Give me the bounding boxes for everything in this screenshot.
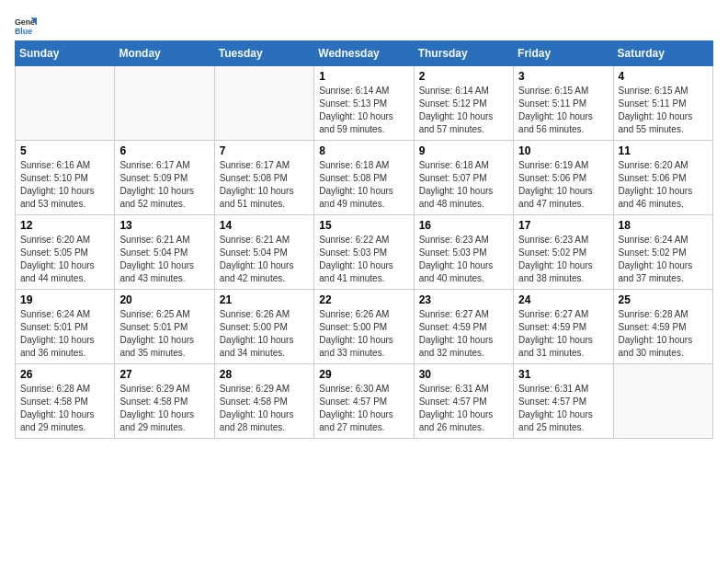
day-info: Sunrise: 6:31 AM Sunset: 4:57 PM Dayligh… — [518, 383, 608, 434]
calendar-header-tuesday: Tuesday — [214, 41, 313, 66]
day-info: Sunrise: 6:29 AM Sunset: 4:58 PM Dayligh… — [119, 383, 209, 434]
day-number: 5 — [20, 144, 109, 157]
calendar-week-row: 1Sunrise: 6:14 AM Sunset: 5:13 PM Daylig… — [16, 66, 713, 141]
calendar-cell: 8Sunrise: 6:18 AM Sunset: 5:08 PM Daylig… — [314, 141, 414, 215]
calendar-cell: 28Sunrise: 6:29 AM Sunset: 4:58 PM Dayli… — [214, 364, 313, 439]
calendar-cell: 18Sunrise: 6:24 AM Sunset: 5:02 PM Dayli… — [613, 215, 712, 290]
day-info: Sunrise: 6:30 AM Sunset: 4:57 PM Dayligh… — [319, 383, 408, 434]
calendar-cell: 20Sunrise: 6:25 AM Sunset: 5:01 PM Dayli… — [115, 290, 214, 364]
day-info: Sunrise: 6:21 AM Sunset: 5:04 PM Dayligh… — [220, 234, 309, 285]
day-info: Sunrise: 6:31 AM Sunset: 4:57 PM Dayligh… — [419, 383, 508, 434]
calendar-header-thursday: Thursday — [414, 41, 513, 66]
day-info: Sunrise: 6:22 AM Sunset: 5:03 PM Dayligh… — [319, 234, 408, 285]
day-number: 30 — [419, 368, 508, 381]
day-number: 2 — [419, 70, 508, 83]
calendar-header-row: SundayMondayTuesdayWednesdayThursdayFrid… — [16, 41, 713, 66]
day-info: Sunrise: 6:23 AM Sunset: 5:03 PM Dayligh… — [419, 234, 508, 285]
day-number: 1 — [319, 70, 408, 83]
day-info: Sunrise: 6:21 AM Sunset: 5:04 PM Dayligh… — [119, 234, 209, 285]
calendar-cell — [613, 364, 712, 439]
calendar-header-wednesday: Wednesday — [314, 41, 414, 66]
calendar-cell: 12Sunrise: 6:20 AM Sunset: 5:05 PM Dayli… — [16, 215, 115, 290]
calendar-cell: 6Sunrise: 6:17 AM Sunset: 5:09 PM Daylig… — [115, 141, 214, 215]
day-number: 12 — [20, 219, 109, 232]
day-info: Sunrise: 6:28 AM Sunset: 4:59 PM Dayligh… — [619, 308, 708, 360]
calendar-week-row: 5Sunrise: 6:16 AM Sunset: 5:10 PM Daylig… — [16, 141, 713, 215]
svg-text:Blue: Blue — [15, 27, 32, 36]
day-number: 15 — [319, 219, 408, 232]
day-info: Sunrise: 6:19 AM Sunset: 5:06 PM Dayligh… — [518, 159, 608, 211]
calendar-cell: 19Sunrise: 6:24 AM Sunset: 5:01 PM Dayli… — [16, 290, 115, 364]
calendar-cell: 21Sunrise: 6:26 AM Sunset: 5:00 PM Dayli… — [214, 290, 313, 364]
calendar-header-sunday: Sunday — [16, 41, 115, 66]
calendar-week-row: 12Sunrise: 6:20 AM Sunset: 5:05 PM Dayli… — [16, 215, 713, 290]
calendar-cell: 3Sunrise: 6:15 AM Sunset: 5:11 PM Daylig… — [514, 66, 613, 141]
calendar-cell: 14Sunrise: 6:21 AM Sunset: 5:04 PM Dayli… — [214, 215, 313, 290]
calendar-cell: 31Sunrise: 6:31 AM Sunset: 4:57 PM Dayli… — [514, 364, 613, 439]
day-number: 26 — [20, 368, 109, 381]
day-number: 13 — [119, 219, 209, 232]
day-info: Sunrise: 6:26 AM Sunset: 5:00 PM Dayligh… — [220, 308, 309, 360]
calendar-cell: 30Sunrise: 6:31 AM Sunset: 4:57 PM Dayli… — [414, 364, 513, 439]
day-number: 22 — [319, 293, 408, 306]
day-number: 29 — [319, 368, 408, 381]
day-info: Sunrise: 6:15 AM Sunset: 5:11 PM Dayligh… — [619, 85, 708, 136]
day-number: 31 — [518, 368, 608, 381]
calendar-header-saturday: Saturday — [613, 41, 712, 66]
day-number: 3 — [518, 70, 608, 83]
day-info: Sunrise: 6:29 AM Sunset: 4:58 PM Dayligh… — [220, 383, 309, 434]
day-number: 18 — [619, 219, 708, 232]
calendar-cell: 1Sunrise: 6:14 AM Sunset: 5:13 PM Daylig… — [314, 66, 414, 141]
day-number: 24 — [518, 293, 608, 306]
calendar-cell: 4Sunrise: 6:15 AM Sunset: 5:11 PM Daylig… — [613, 66, 712, 141]
day-info: Sunrise: 6:14 AM Sunset: 5:12 PM Dayligh… — [419, 85, 508, 136]
day-number: 4 — [619, 70, 708, 83]
header: General Blue — [15, 15, 713, 37]
day-number: 21 — [220, 293, 309, 306]
calendar-cell: 23Sunrise: 6:27 AM Sunset: 4:59 PM Dayli… — [414, 290, 513, 364]
day-info: Sunrise: 6:20 AM Sunset: 5:05 PM Dayligh… — [20, 234, 109, 285]
day-info: Sunrise: 6:25 AM Sunset: 5:01 PM Dayligh… — [119, 308, 209, 360]
calendar-cell: 26Sunrise: 6:28 AM Sunset: 4:58 PM Dayli… — [16, 364, 115, 439]
calendar-cell: 29Sunrise: 6:30 AM Sunset: 4:57 PM Dayli… — [314, 364, 414, 439]
calendar-table: SundayMondayTuesdayWednesdayThursdayFrid… — [15, 40, 713, 439]
day-info: Sunrise: 6:20 AM Sunset: 5:06 PM Dayligh… — [619, 159, 708, 211]
day-number: 20 — [119, 293, 209, 306]
calendar-week-row: 19Sunrise: 6:24 AM Sunset: 5:01 PM Dayli… — [16, 290, 713, 364]
day-number: 8 — [319, 144, 408, 157]
day-info: Sunrise: 6:17 AM Sunset: 5:09 PM Dayligh… — [119, 159, 209, 211]
day-info: Sunrise: 6:18 AM Sunset: 5:08 PM Dayligh… — [319, 159, 408, 211]
calendar-cell: 27Sunrise: 6:29 AM Sunset: 4:58 PM Dayli… — [115, 364, 214, 439]
day-number: 17 — [518, 219, 608, 232]
day-info: Sunrise: 6:24 AM Sunset: 5:01 PM Dayligh… — [20, 308, 109, 360]
day-number: 16 — [419, 219, 508, 232]
day-info: Sunrise: 6:18 AM Sunset: 5:07 PM Dayligh… — [419, 159, 508, 211]
calendar-header-friday: Friday — [514, 41, 613, 66]
day-number: 23 — [419, 293, 508, 306]
calendar-cell: 13Sunrise: 6:21 AM Sunset: 5:04 PM Dayli… — [115, 215, 214, 290]
calendar-cell: 2Sunrise: 6:14 AM Sunset: 5:12 PM Daylig… — [414, 66, 513, 141]
calendar-cell: 15Sunrise: 6:22 AM Sunset: 5:03 PM Dayli… — [314, 215, 414, 290]
day-number: 9 — [419, 144, 508, 157]
day-info: Sunrise: 6:27 AM Sunset: 4:59 PM Dayligh… — [518, 308, 608, 360]
calendar-cell: 11Sunrise: 6:20 AM Sunset: 5:06 PM Dayli… — [613, 141, 712, 215]
day-number: 6 — [119, 144, 209, 157]
day-info: Sunrise: 6:27 AM Sunset: 4:59 PM Dayligh… — [419, 308, 508, 360]
calendar-header-monday: Monday — [115, 41, 214, 66]
calendar-cell: 16Sunrise: 6:23 AM Sunset: 5:03 PM Dayli… — [414, 215, 513, 290]
logo-icon: General Blue — [15, 15, 37, 37]
day-info: Sunrise: 6:16 AM Sunset: 5:10 PM Dayligh… — [20, 159, 109, 211]
calendar-cell: 25Sunrise: 6:28 AM Sunset: 4:59 PM Dayli… — [613, 290, 712, 364]
day-info: Sunrise: 6:17 AM Sunset: 5:08 PM Dayligh… — [220, 159, 309, 211]
calendar-cell: 5Sunrise: 6:16 AM Sunset: 5:10 PM Daylig… — [16, 141, 115, 215]
calendar-cell — [115, 66, 214, 141]
calendar-cell: 22Sunrise: 6:26 AM Sunset: 5:00 PM Dayli… — [314, 290, 414, 364]
day-number: 14 — [220, 219, 309, 232]
day-info: Sunrise: 6:24 AM Sunset: 5:02 PM Dayligh… — [619, 234, 708, 285]
day-info: Sunrise: 6:28 AM Sunset: 4:58 PM Dayligh… — [20, 383, 109, 434]
calendar-cell: 9Sunrise: 6:18 AM Sunset: 5:07 PM Daylig… — [414, 141, 513, 215]
day-number: 27 — [119, 368, 209, 381]
day-info: Sunrise: 6:15 AM Sunset: 5:11 PM Dayligh… — [518, 85, 608, 136]
day-number: 28 — [220, 368, 309, 381]
day-info: Sunrise: 6:23 AM Sunset: 5:02 PM Dayligh… — [518, 234, 608, 285]
